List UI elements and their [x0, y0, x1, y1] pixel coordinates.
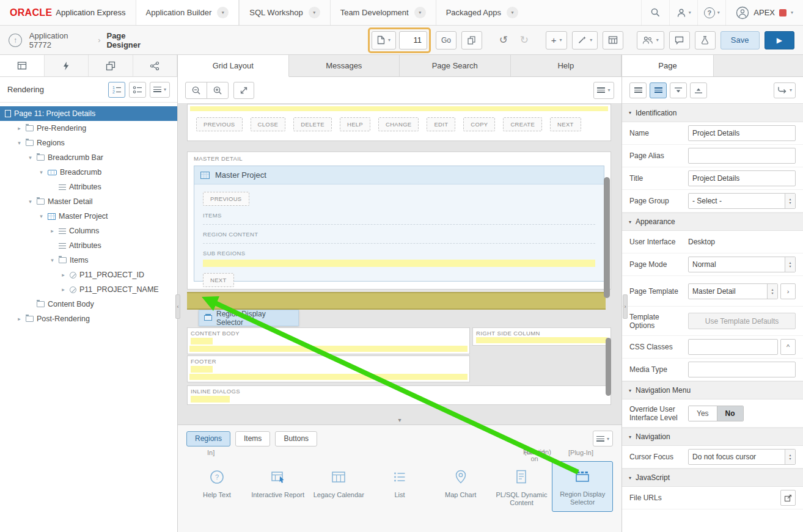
tab-page-search[interactable]: Page Search — [400, 55, 511, 76]
grid-button-copy[interactable]: COPY — [463, 117, 495, 131]
tree-node-master-project[interactable]: ▾ Master Project — [0, 209, 177, 224]
global-page-region[interactable]: PREVIOUS CLOSE DELETE HELP CHANGE EDIT C… — [187, 104, 611, 141]
collapse-all-button[interactable] — [670, 82, 687, 98]
gallery-item-help-text[interactable]: ? Help Text — [186, 461, 248, 512]
grid-button-edit[interactable]: EDIT — [427, 117, 455, 131]
right-splitter-handle[interactable]: › — [623, 294, 628, 319]
expand-icon[interactable]: ▸ — [60, 272, 67, 278]
grid-button-create[interactable]: CREATE — [503, 117, 542, 131]
gallery-menu-button[interactable]: ▾ — [593, 431, 613, 446]
tree-node-breadcrumb-bar[interactable]: ▾ Breadcrumb Bar — [0, 150, 177, 165]
tree-node-items[interactable]: ▾ Items — [0, 253, 177, 268]
grid-button-help[interactable]: HELP — [340, 117, 370, 131]
grid-button-previous[interactable]: PREVIOUS — [196, 117, 243, 131]
collapse-icon[interactable]: ▾ — [27, 155, 34, 161]
tab-dynamic-actions[interactable] — [45, 55, 89, 76]
section-identification[interactable]: ▾ Identification — [622, 104, 803, 122]
tab-page[interactable]: Page — [622, 55, 714, 76]
region-slot-previous[interactable]: PREVIOUS — [203, 192, 249, 206]
page-group-select[interactable]: - Select - ▴▾ — [688, 193, 796, 209]
gallery-item-plsql-dynamic-content[interactable]: PL/SQL Dynamic Content — [491, 461, 552, 512]
select-spinner-icon[interactable]: ▴▾ — [785, 194, 795, 208]
tree-node-breadcrumb[interactable]: ▾ Breadcrumb — [0, 165, 177, 180]
chevron-down-icon[interactable]: ▾ — [414, 7, 426, 18]
gallery-item-list[interactable]: List — [369, 461, 430, 512]
create-menu-button[interactable]: + ▾ — [546, 31, 568, 49]
tab-grid-layout[interactable]: Grid Layout — [178, 55, 289, 77]
tree-node-p11-project-id[interactable]: ▸ P11_PROJECT_ID — [0, 268, 177, 282]
sub-regions-strip[interactable] — [203, 260, 595, 267]
page-number-input[interactable] — [399, 31, 427, 49]
tab-team-development[interactable]: Team Development ▾ — [330, 0, 436, 25]
cursor-focus-select[interactable]: Do not focus cursor ▴▾ — [688, 449, 796, 465]
tab-sql-workshop[interactable]: SQL Workshop ▾ — [239, 0, 329, 25]
open-code-editor-button[interactable] — [780, 490, 796, 506]
tab-help[interactable]: Help — [511, 55, 622, 76]
inline-dialogs-slot[interactable]: INLINE DIALOGS — [187, 385, 611, 405]
utilities-menu-button[interactable]: ▾ — [572, 31, 598, 49]
account-menu[interactable]: APEX ▾ — [725, 0, 803, 25]
user-menu-button[interactable]: ▾ — [669, 0, 697, 25]
toggle-no[interactable]: No — [717, 406, 743, 421]
gallery-item-legacy-calendar[interactable]: Legacy Calendar — [308, 461, 369, 512]
zoom-out-button[interactable] — [185, 82, 207, 99]
override-ui-toggle[interactable]: Yes No — [688, 406, 744, 421]
grid-button-change[interactable]: CHANGE — [378, 117, 419, 131]
group-sort-button[interactable] — [129, 82, 146, 98]
tree-node-pre-rendering[interactable]: ▸ Pre-Rendering — [0, 121, 177, 136]
tree-node-attributes[interactable]: Attributes — [0, 180, 177, 194]
tab-shared-components[interactable] — [133, 55, 178, 76]
tree-node-page[interactable]: Page 11: Project Details — [0, 106, 177, 121]
help-menu-button[interactable]: ? ▾ — [697, 0, 725, 25]
tree-node-post-rendering[interactable]: ▸ Post-Rendering — [0, 312, 177, 326]
app-home-button[interactable]: ↑ — [9, 34, 22, 47]
expand-all-sections-button[interactable] — [690, 82, 707, 98]
save-button[interactable]: Save — [721, 31, 760, 49]
tab-processing[interactable] — [89, 55, 133, 76]
footer-slot[interactable]: FOOTER — [187, 355, 470, 382]
master-project-header[interactable]: Master Project — [194, 166, 604, 184]
show-all-button[interactable] — [629, 82, 647, 98]
collapse-icon[interactable]: ▾ — [27, 199, 34, 205]
gallery-item-interactive-report[interactable]: Interactive Report — [248, 461, 309, 512]
expand-icon[interactable]: ▸ — [49, 228, 56, 234]
css-classes-input[interactable] — [688, 339, 778, 355]
tree-node-content-body[interactable]: Content Body — [0, 297, 177, 312]
collapse-icon[interactable]: ▾ — [16, 140, 23, 146]
master-detail-slot[interactable]: MASTER DETAIL Master Project PREVIOUS IT… — [187, 151, 611, 290]
expand-icon[interactable]: ▸ — [16, 316, 23, 322]
go-to-component-button[interactable]: ▾ — [774, 82, 796, 98]
section-navigation[interactable]: ▾ Navigation — [622, 428, 803, 446]
component-view-button[interactable] — [603, 31, 623, 49]
chevron-down-icon[interactable]: ▾ — [217, 7, 229, 18]
collapse-icon[interactable]: ▾ — [49, 257, 56, 263]
select-spinner-icon[interactable]: ▴▾ — [785, 450, 795, 464]
grid-button-delete[interactable]: DELETE — [293, 117, 332, 131]
tab-messages[interactable]: Messages — [289, 55, 400, 76]
chevron-down-icon[interactable]: ▾ — [507, 7, 518, 18]
css-classes-picker-button[interactable]: ^ — [780, 339, 796, 355]
tab-application-builder[interactable]: Application Builder ▾ — [136, 0, 240, 25]
master-project-region[interactable]: Master Project PREVIOUS ITEMS REGION CON… — [194, 166, 604, 282]
layout-menu-button[interactable]: ▾ — [593, 82, 614, 99]
canvas-scrollbar[interactable] — [606, 338, 611, 396]
content-body-slot[interactable]: CONTENT BODY — [187, 327, 470, 354]
collapse-icon[interactable]: ▾ — [38, 169, 45, 175]
title-input[interactable] — [688, 170, 796, 186]
gallery-tab-buttons[interactable]: Buttons — [275, 431, 317, 446]
page-mode-select[interactable]: Normal ▴▾ — [688, 257, 796, 272]
tree-menu-button[interactable]: ▾ — [150, 82, 170, 98]
page-alias-input[interactable] — [688, 148, 796, 164]
gallery-tab-items[interactable]: Items — [235, 431, 270, 446]
select-spinner-icon[interactable]: ▴▾ — [785, 257, 795, 272]
media-type-input[interactable] — [688, 362, 796, 377]
show-common-button[interactable] — [650, 82, 667, 98]
feedback-button[interactable] — [669, 31, 690, 49]
section-navigation-menu[interactable]: ▾ Navigation Menu — [622, 381, 803, 399]
right-side-column-slot[interactable]: RIGHT SIDE COLUMN — [472, 327, 611, 346]
grid-button-close[interactable]: CLOSE — [251, 117, 286, 131]
region-scrollbar[interactable] — [604, 177, 610, 298]
copy-page-button[interactable] — [461, 31, 482, 49]
section-javascript[interactable]: ▾ JavaScript — [622, 468, 803, 487]
grid-button-next[interactable]: NEXT — [550, 117, 581, 131]
